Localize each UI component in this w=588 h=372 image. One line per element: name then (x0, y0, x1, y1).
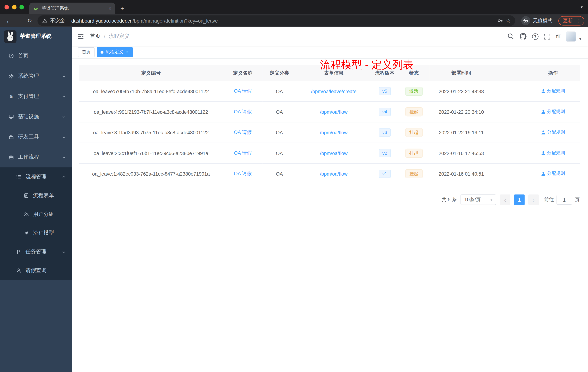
goto-page-input[interactable] (556, 195, 572, 205)
col-operation: 操作 (526, 65, 580, 81)
browser-tab[interactable]: 芋道管理系统 × (29, 2, 115, 14)
tab-search-icon[interactable]: ▾ (581, 5, 588, 14)
font-size-icon[interactable]: tT (556, 33, 560, 40)
definition-name-link[interactable]: OA 请假 (234, 109, 252, 114)
sidebar-logo[interactable]: 芋道管理系统 (0, 27, 72, 46)
chevron-down-icon (62, 94, 66, 99)
sidebar-item-process-model[interactable]: 流程模型 (0, 224, 72, 242)
sidebar-item-devtools[interactable]: 研发工具 (0, 127, 72, 147)
list-icon (16, 174, 22, 179)
breadcrumb-home[interactable]: 首页 (90, 33, 101, 40)
status-badge: 挂起 (405, 128, 422, 137)
version-badge: v2 (378, 149, 391, 157)
form-link[interactable]: /bpm/oa/flow (320, 171, 348, 176)
form-link[interactable]: /bpm/oa/flow (320, 109, 348, 115)
col-deploy-time: 部署时间 (430, 65, 493, 81)
cell-spacer (493, 102, 526, 122)
table-row: oa_leave:2:3c1f0ef1-76b1-11ec-9c66-a2380… (79, 143, 580, 164)
avatar-caret-icon[interactable]: ▾ (579, 37, 581, 42)
col-spacer (493, 65, 526, 81)
user-avatar[interactable] (566, 31, 576, 42)
definition-name-link[interactable]: OA 请假 (234, 171, 252, 176)
sidebar-item-home[interactable]: 首页 (0, 46, 72, 66)
page-number-button[interactable]: 1 (514, 194, 525, 205)
browser-menu-icon[interactable]: ⋮ (576, 18, 580, 23)
update-label: 更新 (563, 17, 573, 24)
prev-page-button[interactable]: ‹ (500, 194, 510, 205)
hamburger-button[interactable] (72, 33, 89, 40)
sidebar-item-label: 基础设施 (18, 113, 39, 120)
help-icon[interactable]: ? (532, 33, 538, 40)
page-size-select[interactable]: 10条/页 ▾ (461, 194, 496, 205)
col-definition-category: 定义分类 (262, 65, 296, 81)
status-badge: 激活 (405, 87, 422, 96)
maximize-window-button[interactable] (20, 5, 24, 10)
update-button[interactable]: 更新 ⋮ (558, 16, 584, 25)
chevron-down-icon (62, 135, 66, 139)
url-divider: | (67, 18, 69, 23)
sidebar-item-label: 流程模型 (33, 230, 54, 236)
form-link[interactable]: /bpm/oa/leave/create (311, 88, 356, 94)
yen-icon: ¥ (8, 94, 14, 99)
search-icon[interactable] (507, 33, 514, 40)
sidebar-item-payment[interactable]: ¥ 支付管理 (0, 86, 72, 107)
sidebar-item-process-management[interactable]: 流程管理 (0, 167, 72, 186)
assign-rule-label: 分配规则 (547, 88, 565, 94)
tag-close-icon[interactable]: × (126, 50, 129, 55)
next-page-button[interactable]: › (528, 194, 539, 205)
browser-tabstrip: 芋道管理系统 × + ▾ (0, 0, 588, 14)
back-button[interactable]: ← (4, 16, 14, 26)
address-bar[interactable]: 不安全 | dashboard.yudao.iocoder.cn/bpm/man… (37, 15, 515, 26)
sidebar-item-task-management[interactable]: 任务管理 (0, 242, 72, 261)
col-definition-name: 定义名称 (223, 65, 262, 81)
sidebar-item-system[interactable]: 系统管理 (0, 66, 72, 86)
assign-rule-button[interactable]: 分配规则 (541, 88, 565, 94)
pagination: 共 5 条 10条/页 ▾ ‹ 1 › 前往 页 (79, 194, 580, 205)
logo-avatar (4, 30, 17, 43)
incognito-label: 无痕模式 (533, 17, 552, 24)
sidebar-item-leave-query[interactable]: 请假查询 (0, 261, 72, 280)
version-badge: v1 (378, 170, 391, 178)
sidebar-item-infrastructure[interactable]: 基础设施 (0, 107, 72, 127)
fullscreen-icon[interactable] (544, 33, 550, 40)
tag-process-definition[interactable]: 流程定义 × (97, 47, 133, 57)
pagination-total: 共 5 条 (442, 196, 457, 203)
form-link[interactable]: /bpm/oa/flow (320, 150, 348, 156)
dashboard-icon (8, 53, 14, 59)
tab-close-icon[interactable]: × (109, 6, 111, 11)
bookmark-star-icon[interactable]: ☆ (506, 17, 511, 24)
assign-rule-button[interactable]: 分配规则 (541, 171, 565, 177)
minimize-window-button[interactable] (12, 5, 17, 10)
sidebar-item-workflow[interactable]: 工作流程 (0, 147, 72, 167)
sidebar-item-label: 任务管理 (25, 248, 47, 255)
tag-home[interactable]: 首页 (78, 47, 94, 57)
table-row: oa_leave:5:004b710b-7b8a-11ec-8ef0-acde4… (79, 81, 580, 102)
close-window-button[interactable] (5, 5, 9, 10)
sidebar-item-label: 系统管理 (18, 73, 39, 79)
assign-rule-button[interactable]: 分配规则 (541, 109, 565, 115)
new-tab-button[interactable]: + (120, 5, 124, 12)
github-icon[interactable] (520, 33, 526, 40)
sidebar-item-label: 支付管理 (18, 93, 39, 100)
col-definition-id: 定义编号 (79, 65, 223, 81)
table-row: oa_leave:1:482ec033-762a-11ec-8477-a2380… (79, 164, 580, 184)
forward-button[interactable]: → (14, 16, 24, 26)
password-key-icon[interactable] (497, 18, 503, 24)
definition-name-link[interactable]: OA 请假 (234, 150, 252, 156)
tab-title: 芋道管理系统 (42, 5, 105, 12)
url-path: /bpm/manager/definition?key=oa_leave (133, 18, 218, 23)
assign-rule-button[interactable]: 分配规则 (541, 150, 565, 156)
reload-button[interactable]: ↻ (25, 16, 34, 26)
gear-icon (8, 74, 14, 79)
sidebar-item-process-form[interactable]: 流程表单 (0, 186, 72, 205)
sidebar-item-user-group[interactable]: 用户分组 (0, 205, 72, 224)
definition-name-link[interactable]: OA 请假 (234, 88, 252, 94)
assign-rule-button[interactable]: 分配规则 (541, 129, 565, 136)
cell-category: OA (262, 143, 296, 164)
form-link[interactable]: /bpm/oa/flow (320, 130, 348, 135)
version-badge: v3 (378, 128, 391, 136)
definition-table: 定义编号 定义名称 定义分类 表单信息 流程版本 状态 部署时间 操作 (79, 65, 580, 184)
sidebar-item-label: 工作流程 (18, 154, 39, 161)
sidebar-item-label: 流程管理 (25, 174, 47, 180)
definition-name-link[interactable]: OA 请假 (234, 130, 252, 135)
